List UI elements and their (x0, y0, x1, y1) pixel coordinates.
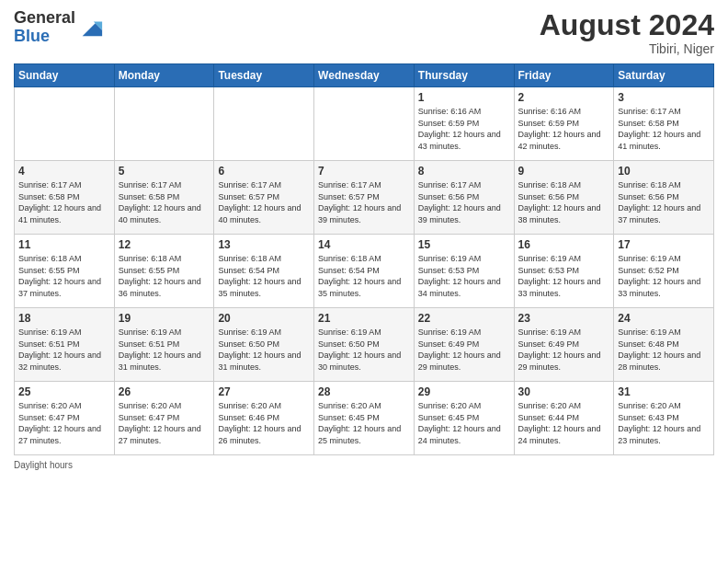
logo-general: General (14, 9, 75, 28)
calendar-cell: 20Sunrise: 6:19 AM Sunset: 6:50 PM Dayli… (214, 308, 314, 382)
day-info: Sunrise: 6:18 AM Sunset: 6:55 PM Dayligh… (119, 253, 210, 299)
day-number: 9 (518, 165, 610, 178)
day-header-thursday: Thursday (414, 64, 514, 87)
day-number: 31 (618, 385, 710, 398)
daylight-hours-label: Daylight hours (14, 460, 73, 470)
calendar-cell: 15Sunrise: 6:19 AM Sunset: 6:53 PM Dayli… (414, 235, 514, 308)
day-number: 29 (418, 385, 510, 398)
day-info: Sunrise: 6:19 AM Sunset: 6:50 PM Dayligh… (218, 327, 310, 373)
logo: General Blue (14, 9, 104, 46)
day-number: 10 (618, 165, 710, 178)
day-info: Sunrise: 6:18 AM Sunset: 6:54 PM Dayligh… (218, 253, 310, 299)
day-info: Sunrise: 6:20 AM Sunset: 6:47 PM Dayligh… (119, 400, 210, 446)
day-header-wednesday: Wednesday (314, 64, 415, 87)
day-number: 1 (418, 91, 510, 104)
day-info: Sunrise: 6:19 AM Sunset: 6:52 PM Dayligh… (618, 253, 710, 299)
calendar-cell: 19Sunrise: 6:19 AM Sunset: 6:51 PM Dayli… (114, 308, 214, 382)
day-info: Sunrise: 6:19 AM Sunset: 6:53 PM Dayligh… (518, 253, 610, 299)
calendar-cell (15, 87, 115, 161)
day-number: 13 (218, 238, 310, 251)
week-row-1: 1Sunrise: 6:16 AM Sunset: 6:59 PM Daylig… (15, 87, 714, 161)
day-info: Sunrise: 6:18 AM Sunset: 6:56 PM Dayligh… (518, 179, 610, 225)
day-number: 28 (318, 385, 410, 398)
day-info: Sunrise: 6:17 AM Sunset: 6:57 PM Dayligh… (318, 179, 410, 225)
day-number: 25 (18, 385, 110, 398)
day-number: 17 (618, 238, 710, 251)
calendar-cell: 2Sunrise: 6:16 AM Sunset: 6:59 PM Daylig… (514, 87, 614, 161)
day-info: Sunrise: 6:20 AM Sunset: 6:43 PM Dayligh… (618, 400, 710, 446)
day-number: 16 (518, 238, 610, 251)
page: General Blue August 2024 Tibiri, Niger S… (0, 0, 728, 563)
calendar-cell: 6Sunrise: 6:17 AM Sunset: 6:57 PM Daylig… (214, 161, 314, 235)
day-header-sunday: Sunday (15, 64, 115, 87)
calendar-cell: 21Sunrise: 6:19 AM Sunset: 6:50 PM Dayli… (314, 308, 415, 382)
day-number: 5 (119, 165, 210, 178)
day-info: Sunrise: 6:19 AM Sunset: 6:49 PM Dayligh… (518, 327, 610, 373)
day-info: Sunrise: 6:17 AM Sunset: 6:57 PM Dayligh… (218, 179, 310, 225)
month-year: August 2024 (540, 9, 714, 41)
logo-blue: Blue (14, 28, 75, 46)
day-info: Sunrise: 6:19 AM Sunset: 6:50 PM Dayligh… (318, 327, 410, 373)
calendar-cell: 7Sunrise: 6:17 AM Sunset: 6:57 PM Daylig… (314, 161, 415, 235)
day-number: 24 (618, 312, 710, 325)
calendar-cell: 13Sunrise: 6:18 AM Sunset: 6:54 PM Dayli… (214, 235, 314, 308)
logo-icon (78, 15, 104, 40)
day-info: Sunrise: 6:20 AM Sunset: 6:47 PM Dayligh… (18, 400, 110, 446)
logo-text: General Blue (14, 9, 75, 46)
calendar-cell: 17Sunrise: 6:19 AM Sunset: 6:52 PM Dayli… (614, 235, 714, 308)
calendar-cell: 8Sunrise: 6:17 AM Sunset: 6:56 PM Daylig… (414, 161, 514, 235)
day-info: Sunrise: 6:19 AM Sunset: 6:48 PM Dayligh… (618, 327, 710, 373)
day-number: 14 (318, 238, 410, 251)
header: General Blue August 2024 Tibiri, Niger (14, 9, 714, 56)
day-info: Sunrise: 6:16 AM Sunset: 6:59 PM Dayligh… (418, 106, 510, 152)
day-header-tuesday: Tuesday (214, 64, 314, 87)
day-number: 26 (119, 385, 210, 398)
calendar-cell: 31Sunrise: 6:20 AM Sunset: 6:43 PM Dayli… (614, 382, 714, 455)
calendar-table: SundayMondayTuesdayWednesdayThursdayFrid… (14, 63, 714, 455)
day-header-monday: Monday (114, 64, 214, 87)
day-info: Sunrise: 6:17 AM Sunset: 6:56 PM Dayligh… (418, 179, 510, 225)
day-header-saturday: Saturday (614, 64, 714, 87)
day-info: Sunrise: 6:19 AM Sunset: 6:49 PM Dayligh… (418, 327, 510, 373)
day-number: 2 (518, 91, 610, 104)
day-number: 11 (18, 238, 110, 251)
week-row-2: 4Sunrise: 6:17 AM Sunset: 6:58 PM Daylig… (15, 161, 714, 235)
footer: Daylight hours (14, 460, 714, 470)
day-number: 27 (218, 385, 310, 398)
day-info: Sunrise: 6:17 AM Sunset: 6:58 PM Dayligh… (618, 106, 710, 152)
calendar-cell: 3Sunrise: 6:17 AM Sunset: 6:58 PM Daylig… (614, 87, 714, 161)
day-number: 12 (119, 238, 210, 251)
calendar-cell (214, 87, 314, 161)
day-number: 15 (418, 238, 510, 251)
day-number: 7 (318, 165, 410, 178)
week-row-3: 11Sunrise: 6:18 AM Sunset: 6:55 PM Dayli… (15, 235, 714, 308)
day-info: Sunrise: 6:17 AM Sunset: 6:58 PM Dayligh… (119, 179, 210, 225)
calendar-cell: 16Sunrise: 6:19 AM Sunset: 6:53 PM Dayli… (514, 235, 614, 308)
day-info: Sunrise: 6:20 AM Sunset: 6:46 PM Dayligh… (218, 400, 310, 446)
day-info: Sunrise: 6:16 AM Sunset: 6:59 PM Dayligh… (518, 106, 610, 152)
header-row: SundayMondayTuesdayWednesdayThursdayFrid… (15, 64, 714, 87)
day-number: 21 (318, 312, 410, 325)
calendar-cell: 27Sunrise: 6:20 AM Sunset: 6:46 PM Dayli… (214, 382, 314, 455)
day-number: 30 (518, 385, 610, 398)
calendar-cell: 11Sunrise: 6:18 AM Sunset: 6:55 PM Dayli… (15, 235, 115, 308)
day-info: Sunrise: 6:18 AM Sunset: 6:54 PM Dayligh… (318, 253, 410, 299)
calendar-cell: 10Sunrise: 6:18 AM Sunset: 6:56 PM Dayli… (614, 161, 714, 235)
title-block: August 2024 Tibiri, Niger (540, 9, 714, 56)
day-info: Sunrise: 6:20 AM Sunset: 6:45 PM Dayligh… (418, 400, 510, 446)
calendar-cell: 9Sunrise: 6:18 AM Sunset: 6:56 PM Daylig… (514, 161, 614, 235)
calendar-cell: 5Sunrise: 6:17 AM Sunset: 6:58 PM Daylig… (114, 161, 214, 235)
day-number: 19 (119, 312, 210, 325)
week-row-4: 18Sunrise: 6:19 AM Sunset: 6:51 PM Dayli… (15, 308, 714, 382)
location: Tibiri, Niger (540, 41, 714, 56)
day-number: 18 (18, 312, 110, 325)
calendar-cell: 24Sunrise: 6:19 AM Sunset: 6:48 PM Dayli… (614, 308, 714, 382)
day-info: Sunrise: 6:20 AM Sunset: 6:45 PM Dayligh… (318, 400, 410, 446)
calendar-cell: 4Sunrise: 6:17 AM Sunset: 6:58 PM Daylig… (15, 161, 115, 235)
calendar-cell (114, 87, 214, 161)
calendar-cell: 29Sunrise: 6:20 AM Sunset: 6:45 PM Dayli… (414, 382, 514, 455)
day-info: Sunrise: 6:19 AM Sunset: 6:51 PM Dayligh… (18, 327, 110, 373)
day-number: 3 (618, 91, 710, 104)
day-info: Sunrise: 6:17 AM Sunset: 6:58 PM Dayligh… (18, 179, 110, 225)
day-info: Sunrise: 6:18 AM Sunset: 6:55 PM Dayligh… (18, 253, 110, 299)
